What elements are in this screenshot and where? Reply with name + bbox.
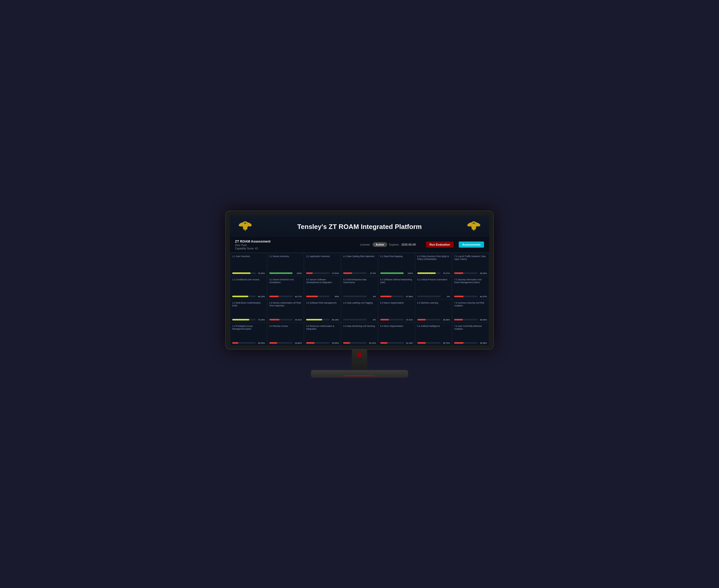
grid-cell: 5.2 Software Defined Networking (sdn)47.… (378, 276, 415, 299)
cell-label: 1.4 Privileged Access Management (pam) (232, 325, 265, 331)
progress-fill (232, 342, 238, 344)
license-label: License: (360, 243, 370, 246)
progress-row: 29.13% (343, 342, 376, 344)
progress-bar-bg (380, 296, 404, 297)
progress-percent: 69.23% (257, 295, 265, 298)
progress-fill (269, 319, 280, 320)
progress-percent: 31.16% (405, 342, 413, 344)
progress-percent: 27.91% (331, 272, 339, 274)
progress-row: 79.37% (417, 272, 450, 274)
grid-cell: 3.4 Resource Authorization & Integration… (304, 323, 341, 346)
progress-fill (306, 319, 322, 320)
progress-bar-bg (269, 272, 293, 274)
score-label: Capability Score: 43 (235, 247, 270, 250)
progress-fill (454, 296, 464, 297)
progress-bar-bg (454, 319, 478, 320)
progress-row: 31.16% (380, 342, 413, 344)
progress-row: 36.86% (417, 319, 450, 321)
cell-label: 3.2 Secure Software Development & Integr… (306, 278, 339, 284)
grid-cell: 3.2 Secure Software Development & Integr… (304, 276, 341, 299)
assessment-info: ZT ROAM Assessment Zero Trust Capability… (235, 239, 270, 250)
progress-percent: 100% (294, 272, 302, 274)
grid-cell: 5.4 Micro Segmentation31.16% (378, 323, 415, 346)
grid-cell: 1.3 Multi-factor Authentication (mfa)73.… (230, 299, 267, 322)
progress-bar-bg (417, 319, 441, 320)
assessment-bar: ZT ROAM Assessment Zero Trust Capability… (230, 237, 489, 253)
progress-bar-bg (232, 342, 256, 344)
progress-fill (380, 342, 388, 344)
left-eagle-logo (238, 220, 253, 234)
progress-percent: 0% (368, 319, 376, 321)
progress-bar-bg (343, 272, 367, 274)
grid-cell: 1.1 User Inventory78.33% (230, 253, 267, 276)
svg-point-15 (473, 223, 474, 223)
progress-row: 36.75% (417, 342, 450, 344)
progress-row: 39.33% (454, 272, 487, 274)
progress-row: 35.56% (306, 342, 339, 344)
grid-cell: 7.4 User And Entity Behavior Analytics39… (452, 323, 489, 346)
cell-label: 1.2 Conditional User Access (232, 278, 265, 281)
progress-fill (232, 296, 248, 297)
monitor-screen: Tensley's ZT ROAM Integrated Platform (230, 215, 489, 346)
progress-bar-bg (232, 272, 256, 274)
progress-fill (380, 296, 391, 297)
grid-cell: 3.1 Application Inventory27.91% (304, 253, 341, 276)
progress-bar-bg (232, 319, 256, 320)
svg-point-6 (246, 223, 246, 223)
progress-bar-bg (343, 319, 367, 320)
grid-cell: 4.1 Data Catalog Risk Alignment37.5% (341, 253, 378, 276)
progress-percent: 26.63% (257, 342, 265, 344)
run-evaluation-button[interactable]: Run Evaluation (426, 241, 454, 248)
right-eagle-logo (466, 220, 481, 234)
progress-percent: 40.17% (294, 295, 302, 298)
progress-bar-bg (269, 296, 293, 297)
progress-row: 100% (269, 272, 302, 274)
progress-fill (343, 272, 352, 274)
progress-row: 40.17% (269, 295, 302, 298)
progress-percent: 35.56% (331, 342, 339, 344)
monitor-wrapper: Tensley's ZT ROAM Integrated Platform (219, 211, 500, 378)
cell-label: 2.4 Remote Access (269, 325, 302, 328)
progress-percent: 100% (405, 272, 413, 274)
grid-cell: 2.2 Device Detection And Compliance40.17… (267, 276, 304, 299)
cell-label: 7.4 User And Entity Behavior Analytics (454, 325, 487, 331)
progress-fill (232, 272, 251, 274)
assessment-subtitle: Zero Trust (235, 244, 270, 247)
progress-percent: 39.33% (479, 272, 487, 274)
cell-label: 1.3 Multi-factor Authentication (mfa) (232, 301, 265, 307)
progress-row: 0% (343, 295, 376, 298)
progress-bar-bg (343, 296, 367, 297)
grid-cell: 6.3 Machine Learning36.86% (415, 299, 452, 322)
cell-label: 6.3 Machine Learning (417, 301, 450, 304)
progress-bar-bg (417, 272, 441, 274)
metrics-grid: 1.1 User Inventory78.33%2.1 Device Inven… (230, 253, 489, 346)
progress-fill (269, 342, 277, 344)
progress-percent: 29.13% (368, 342, 376, 344)
cell-label: 6.4 Artificial Intelligence (417, 325, 450, 328)
grid-cell: 7.3 Common Security And Risk Analytics36… (452, 299, 489, 322)
grid-cell: 5.3 Macro Segmentation37.41% (378, 299, 415, 322)
progress-bar-bg (232, 296, 256, 297)
progress-bar-bg (454, 342, 478, 344)
progress-fill (306, 342, 314, 344)
progress-bar-bg (380, 272, 404, 274)
svg-point-16 (474, 223, 475, 223)
progress-percent: 0% (442, 295, 450, 298)
cell-label: 4.3 Data Labeling And Tagging (343, 301, 376, 304)
cell-label: 3.4 Resource Authorization & Integration (306, 325, 339, 331)
progress-percent: 0% (368, 295, 376, 298)
progress-percent: 33.82% (294, 342, 302, 344)
progress-fill (417, 342, 426, 344)
cell-label: 1.1 User Inventory (232, 255, 265, 258)
assessments-button[interactable]: Assessments (459, 241, 484, 248)
progress-fill (269, 272, 293, 274)
grid-cell: 2.4 Remote Access33.82% (267, 323, 304, 346)
progress-bar-bg (306, 342, 330, 344)
progress-row: 36.64% (454, 319, 487, 321)
grid-cell: 2.1 Device Inventory100% (267, 253, 304, 276)
assessment-title: ZT ROAM Assessment (235, 239, 270, 243)
progress-bar-bg (454, 296, 478, 297)
grid-cell: 4.3 Data Labeling And Tagging0% (341, 299, 378, 322)
progress-row: 37.41% (380, 319, 413, 321)
grid-cell: 6.4 Artificial Intelligence36.75% (415, 323, 452, 346)
